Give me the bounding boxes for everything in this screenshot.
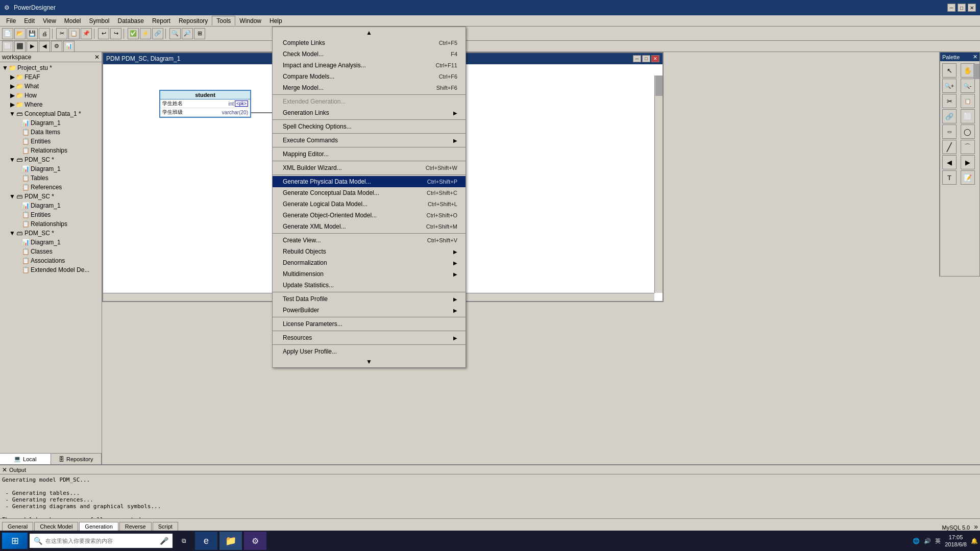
menu-label-resources: Resources [283, 334, 312, 341]
menu-item-gen-logical[interactable]: Generate Logical Data Model... Ctrl+Shif… [273, 198, 465, 210]
menu-item-gen-physical[interactable]: Generate Physical Data Model... Ctrl+Shi… [273, 176, 465, 187]
menu-scroll-down[interactable]: ▼ [273, 357, 465, 366]
menu-item-impact[interactable]: Impact and Lineage Analysis... Ctrl+F11 [273, 60, 465, 71]
taskbar-app-powerdesigner[interactable]: ⚙ [244, 532, 266, 550]
shortcut-gen-conceptual: Ctrl+Shift+C [427, 190, 457, 196]
shortcut-create-view: Ctrl+Shift+V [427, 237, 457, 243]
menu-scroll-up[interactable]: ▲ [273, 28, 465, 37]
taskbar-task-view[interactable]: ⧉ [175, 532, 193, 550]
clock-date: 2018/6/8 [945, 541, 967, 548]
submenu-arrow-execute: ▶ [453, 138, 457, 143]
search-icon: 🔍 [34, 537, 42, 545]
taskbar-right: 🌐 🔊 英 17:05 2018/6/8 🔔 [913, 534, 978, 548]
menu-item-execute[interactable]: Execute Commands ▶ [273, 135, 465, 146]
separator-3 [273, 133, 465, 134]
menu-item-apply-profile[interactable]: Apply User Profile... [273, 346, 465, 357]
separator-10 [273, 331, 465, 331]
menu-item-powerbuilder[interactable]: PowerBuilder ▶ [273, 305, 465, 316]
shortcut-gen-xml: Ctrl+Shift+M [426, 223, 457, 230]
menu-label-gen-logical: Generate Logical Data Model... [283, 201, 368, 208]
separator-5 [273, 161, 465, 161]
menu-label-test-data: Test Data Profile [283, 295, 328, 303]
submenu-arrow-rebuild: ▶ [453, 249, 457, 255]
submenu-arrow-powerbuilder: ▶ [453, 308, 457, 313]
taskbar-search-box[interactable]: 🔍 在这里输入你要搜索的内容 🎤 [30, 534, 173, 548]
submenu-arrow-test-data: ▶ [453, 296, 457, 302]
menu-item-multidim[interactable]: Multidimension ▶ [273, 268, 465, 280]
sound-icon: 🔊 [924, 538, 931, 544]
menu-item-check-model[interactable]: Check Model... F4 [273, 48, 465, 60]
menu-item-gen-oo[interactable]: Generate Object-Oriented Model... Ctrl+S… [273, 210, 465, 221]
tools-dropdown-menu: ▲ Complete Links Ctrl+F5 Check Model... … [272, 27, 466, 368]
menu-label-check-model: Check Model... [283, 51, 324, 58]
shortcut-complete-links: Ctrl+F5 [439, 40, 457, 46]
menu-item-spell-checking[interactable]: Spell Checking Options... [273, 121, 465, 132]
menu-item-resources[interactable]: Resources ▶ [273, 332, 465, 343]
separator-8 [273, 292, 465, 292]
menu-item-rebuild[interactable]: Rebuild Objects ▶ [273, 246, 465, 257]
menu-label-mapping: Mapping Editor... [283, 151, 329, 158]
menu-item-mapping[interactable]: Mapping Editor... [273, 148, 465, 160]
clock-time: 17:05 [945, 534, 967, 541]
start-button[interactable]: ⊞ [2, 533, 28, 549]
menu-item-gen-links[interactable]: Generation Links ▶ [273, 107, 465, 118]
menu-item-complete-links[interactable]: Complete Links Ctrl+F5 [273, 37, 465, 48]
taskbar: ⊞ 🔍 在这里输入你要搜索的内容 🎤 ⧉ e 📁 ⚙ 🌐 🔊 英 17:05 2… [0, 531, 980, 551]
separator-9 [273, 317, 465, 317]
down-arrow-icon: ▼ [366, 358, 372, 365]
menu-label-spell-checking: Spell Checking Options... [283, 123, 352, 130]
shortcut-xml-builder: Ctrl+Shift+W [426, 165, 457, 171]
menu-label-execute: Execute Commands [283, 137, 338, 144]
shortcut-merge: Shift+F6 [436, 85, 457, 91]
separator-11 [273, 344, 465, 345]
shortcut-gen-oo: Ctrl+Shift+O [426, 212, 457, 218]
menu-item-denorm[interactable]: Denormalization ▶ [273, 257, 465, 268]
menu-item-xml-builder[interactable]: XML Builder Wizard... Ctrl+Shift+W [273, 162, 465, 173]
clock[interactable]: 17:05 2018/6/8 [945, 534, 967, 548]
menu-label-rebuild: Rebuild Objects [283, 248, 326, 255]
shortcut-gen-logical: Ctrl+Shift+L [428, 201, 457, 207]
menu-item-test-data[interactable]: Test Data Profile ▶ [273, 293, 465, 305]
shortcut-check-model: F4 [451, 51, 457, 57]
shortcut-gen-physical: Ctrl+Shift+P [427, 179, 457, 185]
menu-label-denorm: Denormalization [283, 259, 327, 266]
menu-label-merge: Merge Model... [283, 84, 324, 91]
submenu-arrow-multidim: ▶ [453, 271, 457, 277]
taskbar-app-explorer[interactable]: 📁 [219, 532, 242, 550]
menu-item-extended-gen: Extended Generation... [273, 96, 465, 107]
menu-label-update-stats: Update Statistics... [283, 282, 334, 289]
submenu-arrow-resources: ▶ [453, 335, 457, 341]
menu-label-powerbuilder: PowerBuilder [283, 307, 319, 314]
separator-4 [273, 147, 465, 147]
menu-item-compare[interactable]: Compare Models... Ctrl+F6 [273, 71, 465, 82]
taskbar-search-label: 在这里输入你要搜索的内容 [45, 537, 113, 545]
taskbar-app-ie[interactable]: e [195, 532, 217, 550]
menu-label-extended-gen: Extended Generation... [283, 98, 346, 105]
menu-label-gen-conceptual: Generate Conceptual Data Model... [283, 189, 379, 196]
dropdown-overlay[interactable] [0, 0, 980, 551]
menu-item-gen-xml[interactable]: Generate XML Model... Ctrl+Shift+M [273, 221, 465, 232]
separator-2 [273, 119, 465, 120]
submenu-arrow-gen-links: ▶ [453, 110, 457, 116]
menu-label-gen-physical: Generate Physical Data Model... [283, 178, 371, 185]
separator-7 [273, 233, 465, 234]
shortcut-compare: Ctrl+F6 [439, 73, 457, 80]
menu-item-gen-conceptual[interactable]: Generate Conceptual Data Model... Ctrl+S… [273, 187, 465, 198]
network-icon: 🌐 [913, 538, 920, 544]
submenu-arrow-denorm: ▶ [453, 260, 457, 266]
menu-label-xml-builder: XML Builder Wizard... [283, 164, 342, 171]
separator-1 [273, 94, 465, 95]
notification-icon[interactable]: 🔔 [971, 538, 978, 544]
menu-label-license: License Parameters... [283, 320, 342, 328]
input-method[interactable]: 英 [935, 537, 941, 545]
up-arrow-icon: ▲ [366, 29, 372, 36]
menu-label-compare: Compare Models... [283, 73, 334, 80]
menu-label-gen-oo: Generate Object-Oriented Model... [283, 212, 377, 219]
menu-label-gen-links: Generation Links [283, 109, 329, 116]
menu-label-apply-profile: Apply User Profile... [283, 348, 337, 355]
menu-label-create-view: Create View... [283, 237, 321, 244]
menu-item-license[interactable]: License Parameters... [273, 318, 465, 330]
menu-item-create-view[interactable]: Create View... Ctrl+Shift+V [273, 235, 465, 246]
menu-item-update-stats[interactable]: Update Statistics... [273, 280, 465, 291]
menu-item-merge[interactable]: Merge Model... Shift+F6 [273, 82, 465, 93]
